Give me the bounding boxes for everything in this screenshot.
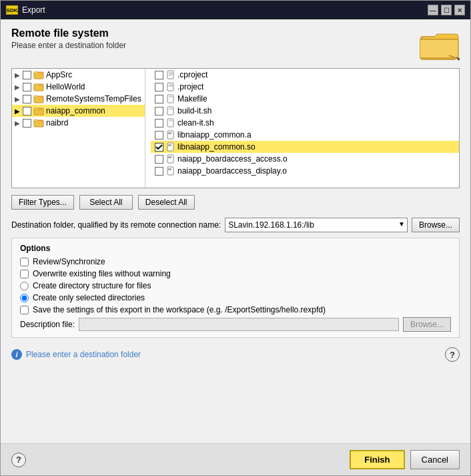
help-button[interactable]: ? xyxy=(11,453,26,467)
radio-create-selected-dirs[interactable] xyxy=(20,294,29,302)
tree-item-naibrd-label: naibrd xyxy=(46,118,68,128)
checkbox-cproject[interactable] xyxy=(155,71,163,79)
file-icon-buildit xyxy=(166,106,175,115)
radio-create-dir-structure[interactable] xyxy=(20,282,29,290)
filter-types-button[interactable]: Filter Types... xyxy=(11,195,74,210)
maximize-button[interactable]: ☐ xyxy=(441,5,452,15)
svg-rect-18 xyxy=(167,107,173,115)
svg-rect-25 xyxy=(168,144,171,146)
file-row-boardaccess-display[interactable]: naiapp_boardaccess_display.o xyxy=(151,165,459,177)
status-bar: i Please enter a destination folder ? xyxy=(11,343,460,363)
right-files-pane: .cproject .project xyxy=(151,69,459,188)
file-row-cproject[interactable]: .cproject xyxy=(151,69,459,81)
checkbox-appsrc[interactable] xyxy=(23,71,31,79)
destination-select-wrapper: SLavin.192.168.1.16:/lib ▼ xyxy=(225,218,408,232)
checkbox-libnaiapp-a[interactable] xyxy=(155,131,163,140)
expand-arrow-naibrd: ▶ xyxy=(15,120,23,127)
destination-label: Destination folder, qualified by its rem… xyxy=(11,220,221,230)
folder-icon-helloworld xyxy=(33,82,44,91)
folder-icon-appsrc xyxy=(33,70,44,79)
checkbox-makefile[interactable] xyxy=(155,95,163,103)
context-help-icon[interactable]: ? xyxy=(445,347,460,362)
expand-arrow: ▶ xyxy=(15,83,23,91)
page-subtitle: Please enter a destination folder xyxy=(11,41,420,50)
file-label-buildit: build-it.sh xyxy=(177,106,211,115)
checkbox-cleanit[interactable] xyxy=(155,119,163,128)
folder-icon-naibrd xyxy=(33,118,44,128)
tree-item-naibrd[interactable]: ▶ naibrd xyxy=(12,117,145,129)
tree-item-remotesystems-label: RemoteSystemsTempFiles xyxy=(46,94,141,103)
bottom-buttons: Finish Cancel xyxy=(350,450,460,469)
page-title: Remote file system xyxy=(11,27,420,39)
tree-item-naiapp-common-label: naiapp_common xyxy=(46,106,105,115)
expand-arrow: ▶ xyxy=(15,95,23,103)
option-row-create-dir: Create directory structure for files xyxy=(20,281,451,290)
desc-file-input[interactable] xyxy=(79,318,399,331)
tree-item-helloworld[interactable]: ▶ HelloWorld xyxy=(12,81,145,93)
deselect-all-button[interactable]: Deselect All xyxy=(138,195,195,210)
checkbox-buildit[interactable] xyxy=(155,107,163,115)
file-icon-cproject xyxy=(166,70,175,79)
tree-item-naiapp-common[interactable]: ▶ naiapp_common xyxy=(12,105,145,117)
checkbox-project[interactable] xyxy=(155,83,163,91)
svg-rect-20 xyxy=(167,119,173,127)
left-tree-pane: ▶ AppSrc ▶ HelloWorld xyxy=(12,69,145,188)
finish-button[interactable]: Finish xyxy=(350,450,404,469)
status-message: Please enter a destination folder xyxy=(26,350,141,359)
minimize-button[interactable]: — xyxy=(428,5,438,15)
label-review-sync: Review/Synchronize xyxy=(33,257,105,266)
title-bar-left: SDK Export xyxy=(6,5,45,15)
tree-item-appsrc-label: AppSrc xyxy=(46,70,72,79)
file-row-makefile[interactable]: Makefile xyxy=(151,93,459,105)
checkbox-libnaiapp-so[interactable] xyxy=(155,143,163,152)
file-icon-cleanit xyxy=(166,118,175,128)
tree-item-appsrc[interactable]: ▶ AppSrc xyxy=(12,69,145,81)
destination-select[interactable]: SLavin.192.168.1.16:/lib xyxy=(225,218,408,232)
file-icon-boardaccess-display xyxy=(166,166,175,176)
file-row-buildit[interactable]: build-it.sh xyxy=(151,105,459,117)
file-label-project: .project xyxy=(177,82,203,91)
browse-button[interactable]: Browse... xyxy=(412,218,460,232)
title-bar: SDK Export — ☐ ✕ xyxy=(1,1,470,19)
folder-icon-naiapp-common xyxy=(33,106,44,115)
file-row-libnaiapp-so[interactable]: libnaiapp_common.so xyxy=(151,141,459,153)
select-all-button[interactable]: Select All xyxy=(79,195,133,210)
button-row: Filter Types... Select All Deselect All xyxy=(11,195,460,210)
svg-rect-29 xyxy=(168,168,171,170)
main-content: Remote file system Please enter a destin… xyxy=(1,19,470,443)
expand-arrow-selected: ▶ xyxy=(15,107,23,115)
desc-browse-button[interactable]: Browse... xyxy=(403,317,451,332)
tree-item-helloworld-label: HelloWorld xyxy=(46,82,85,91)
option-row-save-settings: Save the settings of this export in the … xyxy=(20,305,451,314)
checkbox-overwrite[interactable] xyxy=(20,270,29,278)
app-icon: SDK xyxy=(6,5,18,15)
tree-item-remotesystems[interactable]: ▶ RemoteSystemsTempFiles xyxy=(12,93,145,105)
checkbox-helloworld[interactable] xyxy=(23,83,31,91)
file-icon-project xyxy=(166,82,175,91)
checkbox-save-settings[interactable] xyxy=(20,306,29,314)
checkbox-remotesystems[interactable] xyxy=(23,95,31,103)
file-row-project[interactable]: .project xyxy=(151,81,459,93)
options-title: Options xyxy=(20,244,451,253)
checkbox-boardaccess[interactable] xyxy=(155,155,163,164)
file-row-libnaiapp-a[interactable]: libnaiapp_common.a xyxy=(151,129,459,141)
options-section: Options Review/Synchronize Overwrite exi… xyxy=(11,238,460,338)
checkbox-naiapp-common[interactable] xyxy=(23,107,31,115)
folder-icon xyxy=(420,30,460,61)
bottom-bar: ? Finish Cancel xyxy=(1,443,470,475)
file-icon-boardaccess xyxy=(166,154,175,164)
file-row-boardaccess[interactable]: naiapp_boardaccess_access.o xyxy=(151,153,459,165)
svg-rect-9 xyxy=(167,71,173,79)
cancel-button[interactable]: Cancel xyxy=(410,450,460,469)
file-row-cleanit[interactable]: clean-it.sh xyxy=(151,117,459,129)
close-button[interactable]: ✕ xyxy=(454,5,465,15)
folder-decoration xyxy=(420,30,460,63)
checkbox-review-sync[interactable] xyxy=(20,258,29,266)
checkbox-boardaccess-display[interactable] xyxy=(155,167,163,176)
export-dialog: SDK Export — ☐ ✕ Remote file system Plea… xyxy=(0,0,471,476)
label-create-selected: Create only selected directories xyxy=(33,293,145,302)
file-label-makefile: Makefile xyxy=(177,94,207,103)
checkbox-naibrd[interactable] xyxy=(23,119,31,128)
folder-icon-remotesystems xyxy=(33,94,44,103)
file-icon-lib-a xyxy=(166,130,175,140)
